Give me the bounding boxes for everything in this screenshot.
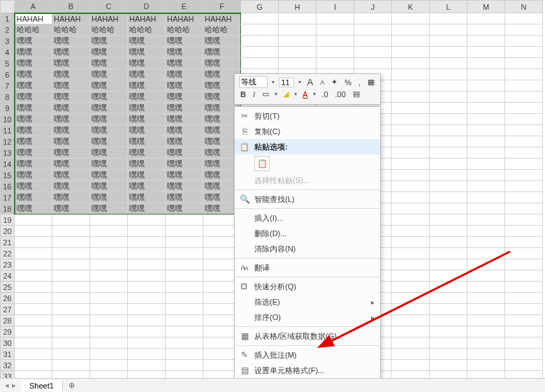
cell[interactable] <box>505 114 543 125</box>
cell[interactable]: 嘿嘿 <box>15 103 52 114</box>
cell[interactable] <box>505 304 543 315</box>
cell[interactable] <box>52 237 90 248</box>
cell[interactable] <box>430 147 467 159</box>
column-header[interactable]: B <box>52 1 90 13</box>
cell[interactable] <box>392 136 430 147</box>
fill-color-icon[interactable]: ◢ <box>282 89 290 99</box>
cell[interactable] <box>166 349 203 360</box>
column-header[interactable]: A <box>15 1 52 13</box>
row-header[interactable]: 21 <box>1 237 15 248</box>
cell[interactable] <box>505 360 543 371</box>
row-header[interactable]: 18 <box>1 203 15 215</box>
row-header[interactable]: 23 <box>1 259 15 270</box>
cell[interactable]: 嘿嘿 <box>128 159 166 170</box>
cell[interactable] <box>128 315 166 326</box>
font-color-icon[interactable]: A <box>301 90 309 99</box>
cell[interactable] <box>52 349 90 360</box>
row-header[interactable]: 16 <box>1 181 15 192</box>
cell[interactable] <box>90 349 128 360</box>
cell[interactable]: 哈哈哈 <box>52 24 90 36</box>
menu-sort[interactable]: 排序(O)▸ <box>235 310 380 325</box>
cell[interactable] <box>467 170 505 181</box>
cell[interactable]: HAHAH <box>203 13 241 24</box>
cell[interactable] <box>430 293 467 304</box>
cell[interactable] <box>90 304 128 315</box>
cell[interactable]: 嘿嘿 <box>166 47 203 58</box>
cell[interactable] <box>90 360 128 371</box>
cell[interactable] <box>430 326 467 337</box>
cell[interactable] <box>354 47 392 58</box>
cell[interactable] <box>90 270 128 282</box>
cell[interactable] <box>392 259 430 270</box>
column-header[interactable]: I <box>317 1 354 13</box>
cell[interactable]: 嘿嘿 <box>52 80 90 92</box>
cell[interactable] <box>166 270 203 282</box>
new-sheet-button[interactable]: ⊕ <box>63 381 80 390</box>
row-header[interactable]: 27 <box>1 304 15 315</box>
cell[interactable] <box>166 337 203 349</box>
cell[interactable] <box>430 349 467 360</box>
cell[interactable] <box>166 315 203 326</box>
cell[interactable] <box>354 58 392 69</box>
cell[interactable] <box>505 226 543 237</box>
cell[interactable]: 嘿嘿 <box>90 103 128 114</box>
cell[interactable] <box>392 337 430 349</box>
cell[interactable] <box>505 13 543 24</box>
cell[interactable]: 嘿嘿 <box>90 92 128 103</box>
cell[interactable] <box>505 349 543 360</box>
cell[interactable]: 嘿嘿 <box>15 58 52 69</box>
cell[interactable] <box>128 349 166 360</box>
cell[interactable] <box>241 36 279 47</box>
cell[interactable] <box>430 69 467 80</box>
cell[interactable]: 嘿嘿 <box>166 92 203 103</box>
tab-sheet1[interactable]: Sheet1 <box>21 380 63 391</box>
cell[interactable] <box>392 270 430 282</box>
cell[interactable] <box>317 58 354 69</box>
cell[interactable]: 嘿嘿 <box>166 103 203 114</box>
cell[interactable] <box>52 282 90 293</box>
row-header[interactable]: 5 <box>1 58 15 69</box>
cell-styles-icon[interactable]: ▤ <box>351 89 361 99</box>
cell[interactable] <box>505 69 543 80</box>
menu-clear-contents[interactable]: 清除内容(N) <box>235 241 380 256</box>
cell[interactable] <box>128 237 166 248</box>
cell[interactable] <box>430 80 467 92</box>
cell[interactable] <box>392 69 430 80</box>
cell[interactable] <box>52 337 90 349</box>
cell[interactable] <box>90 293 128 304</box>
cell[interactable] <box>467 136 505 147</box>
cell[interactable] <box>15 215 52 226</box>
cell[interactable] <box>392 159 430 170</box>
cell[interactable] <box>505 181 543 192</box>
comma-style-icon[interactable]: , <box>357 78 362 87</box>
cell[interactable]: 嘿嘿 <box>15 125 52 136</box>
cell[interactable]: 嘿嘿 <box>128 69 166 80</box>
cell[interactable] <box>430 192 467 203</box>
cell[interactable]: 嘿嘿 <box>15 181 52 192</box>
cell[interactable]: 嘿嘿 <box>90 159 128 170</box>
cell[interactable] <box>15 326 52 337</box>
cell[interactable]: 嘿嘿 <box>52 58 90 69</box>
cell[interactable] <box>467 47 505 58</box>
cell[interactable] <box>279 24 317 36</box>
font-name-select[interactable]: 等线 <box>239 76 268 88</box>
cell[interactable]: 哈哈哈 <box>203 24 241 36</box>
cell[interactable] <box>392 192 430 203</box>
row-header[interactable]: 9 <box>1 103 15 114</box>
cell[interactable] <box>128 215 166 226</box>
cell[interactable] <box>430 136 467 147</box>
cell[interactable] <box>52 226 90 237</box>
column-header[interactable]: L <box>430 1 467 13</box>
cell[interactable] <box>467 192 505 203</box>
cell[interactable]: 嘿嘿 <box>128 203 166 215</box>
cell[interactable] <box>15 248 52 259</box>
row-header[interactable]: 26 <box>1 293 15 304</box>
increase-font-icon[interactable]: A <box>305 77 314 87</box>
cell[interactable]: 嘿嘿 <box>52 69 90 80</box>
cell[interactable] <box>392 170 430 181</box>
row-header[interactable]: 30 <box>1 337 15 349</box>
cell[interactable]: 嘿嘿 <box>166 58 203 69</box>
column-header[interactable]: K <box>392 1 430 13</box>
cell[interactable] <box>430 315 467 326</box>
cell[interactable]: 嘿嘿 <box>166 136 203 147</box>
